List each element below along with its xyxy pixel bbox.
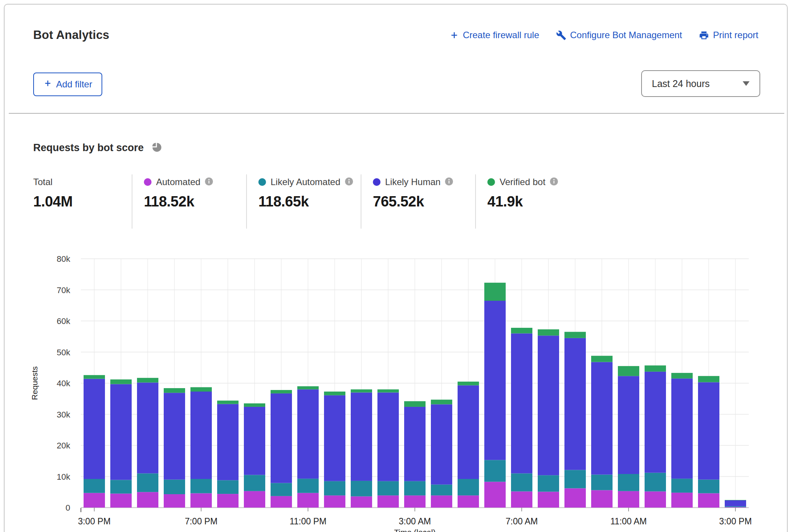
bar-segment-verified-bot[interactable] (297, 386, 319, 389)
bar-segment-likely-automated[interactable] (164, 480, 185, 494)
bar-segment-likely-human[interactable] (137, 382, 158, 473)
bar-segment-likely-human[interactable] (458, 385, 479, 479)
bar-segment-verified-bot[interactable] (725, 500, 746, 500)
info-icon[interactable] (345, 177, 353, 187)
bar-segment-verified-bot[interactable] (618, 366, 639, 376)
bar-segment-verified-bot[interactable] (511, 328, 532, 334)
bar-segment-likely-human[interactable] (244, 407, 265, 475)
bar-segment-automated[interactable] (244, 491, 265, 508)
time-range-select[interactable]: Last 24 hours (641, 70, 760, 97)
bar-segment-likely-human[interactable] (271, 393, 292, 483)
bar-segment-verified-bot[interactable] (271, 390, 292, 393)
bar-segment-verified-bot[interactable] (217, 401, 239, 404)
bar-segment-likely-automated[interactable] (244, 475, 265, 491)
bar-segment-verified-bot[interactable] (84, 375, 105, 379)
bar-segment-verified-bot[interactable] (404, 401, 426, 407)
bar-segment-likely-automated[interactable] (698, 480, 719, 493)
stacked-bar-chart-svg[interactable]: 010k20k30k40k50k60k70k80k3:00 PM7:00 PM1… (5, 241, 790, 532)
bar-segment-automated[interactable] (618, 491, 639, 508)
bar-segment-automated[interactable] (564, 488, 586, 508)
add-filter-button[interactable]: Add filter (33, 73, 102, 96)
bar-segment-automated[interactable] (538, 492, 559, 508)
bar-segment-automated[interactable] (297, 493, 319, 508)
info-icon[interactable] (205, 177, 213, 187)
bar-segment-likely-human[interactable] (671, 379, 693, 479)
bar-segment-verified-bot[interactable] (190, 387, 212, 392)
bar-segment-automated[interactable] (137, 492, 158, 508)
bar-segment-automated[interactable] (164, 494, 185, 508)
bar-segment-automated[interactable] (698, 493, 719, 508)
bar-segment-likely-automated[interactable] (217, 480, 239, 494)
bar-segment-verified-bot[interactable] (564, 332, 586, 338)
bar-segment-likely-automated[interactable] (271, 483, 292, 496)
bar-segment-verified-bot[interactable] (484, 283, 506, 301)
bar-segment-automated[interactable] (324, 495, 345, 508)
bar-segment-automated[interactable] (351, 497, 372, 508)
bar-segment-automated[interactable] (484, 482, 506, 508)
bar-segment-automated[interactable] (217, 494, 239, 508)
requests-by-bot-score-chart[interactable]: 010k20k30k40k50k60k70k80k3:00 PM7:00 PM1… (5, 241, 790, 532)
bar-segment-automated[interactable] (671, 493, 693, 508)
bar-segment-likely-human[interactable] (297, 389, 319, 479)
bar-segment-verified-bot[interactable] (671, 373, 693, 379)
bar-segment-likely-automated[interactable] (351, 481, 372, 497)
bar-segment-verified-bot[interactable] (351, 389, 372, 392)
info-icon[interactable] (445, 177, 453, 187)
bar-segment-likely-automated[interactable] (484, 460, 506, 482)
bar-segment-likely-automated[interactable] (564, 470, 586, 488)
bar-segment-likely-automated[interactable] (725, 506, 746, 507)
bar-segment-verified-bot[interactable] (137, 378, 158, 382)
create-firewall-rule-link[interactable]: Create firewall rule (449, 30, 539, 40)
bar-segment-likely-human[interactable] (564, 338, 586, 470)
bar-segment-likely-human[interactable] (324, 395, 345, 481)
bar-segment-likely-human[interactable] (431, 404, 452, 484)
bar-segment-likely-human[interactable] (164, 393, 185, 479)
configure-bot-management-link[interactable]: Configure Bot Management (556, 30, 682, 40)
bar-segment-likely-automated[interactable] (431, 485, 452, 496)
bar-segment-automated[interactable] (271, 496, 292, 508)
bar-segment-likely-human[interactable] (511, 334, 532, 474)
bar-segment-automated[interactable] (645, 492, 666, 508)
bar-segment-likely-human[interactable] (84, 379, 105, 479)
bar-segment-automated[interactable] (404, 495, 426, 508)
bar-segment-likely-human[interactable] (538, 335, 559, 475)
bar-segment-verified-bot[interactable] (698, 376, 719, 382)
bar-segment-likely-human[interactable] (618, 376, 639, 474)
bar-segment-automated[interactable] (84, 493, 105, 508)
bar-segment-likely-automated[interactable] (404, 481, 426, 495)
bar-segment-likely-automated[interactable] (324, 481, 345, 495)
bar-segment-automated[interactable] (190, 493, 212, 508)
bar-segment-automated[interactable] (377, 495, 399, 508)
bar-segment-verified-bot[interactable] (431, 400, 452, 404)
bar-segment-likely-automated[interactable] (645, 473, 666, 492)
bar-segment-likely-automated[interactable] (110, 480, 132, 493)
bar-segment-likely-human[interactable] (217, 404, 239, 480)
bar-segment-likely-human[interactable] (645, 372, 666, 473)
bar-segment-likely-automated[interactable] (377, 481, 399, 495)
bar-segment-likely-automated[interactable] (190, 479, 212, 493)
bar-segment-likely-automated[interactable] (297, 479, 319, 493)
bar-segment-likely-human[interactable] (484, 301, 506, 460)
bar-segment-verified-bot[interactable] (110, 379, 132, 384)
bar-segment-automated[interactable] (725, 507, 746, 508)
info-icon[interactable] (550, 177, 558, 187)
bar-segment-verified-bot[interactable] (164, 388, 185, 393)
bar-segment-likely-human[interactable] (110, 384, 132, 480)
bar-segment-verified-bot[interactable] (324, 392, 345, 395)
bar-segment-likely-human[interactable] (404, 407, 426, 481)
bar-segment-automated[interactable] (591, 490, 613, 508)
bar-segment-likely-human[interactable] (190, 392, 212, 479)
bar-segment-likely-human[interactable] (698, 382, 719, 480)
bar-segment-verified-bot[interactable] (244, 403, 265, 407)
bar-segment-automated[interactable] (110, 493, 132, 508)
bar-segment-likely-automated[interactable] (511, 473, 532, 491)
bar-segment-likely-automated[interactable] (618, 474, 639, 491)
bar-segment-verified-bot[interactable] (591, 356, 613, 362)
bar-segment-likely-human[interactable] (377, 392, 399, 481)
bar-segment-automated[interactable] (431, 495, 452, 508)
bar-segment-likely-human[interactable] (351, 392, 372, 480)
bar-segment-likely-automated[interactable] (591, 475, 613, 490)
bar-segment-automated[interactable] (511, 492, 532, 508)
bar-segment-likely-human[interactable] (725, 500, 746, 506)
bar-segment-likely-automated[interactable] (84, 479, 105, 493)
